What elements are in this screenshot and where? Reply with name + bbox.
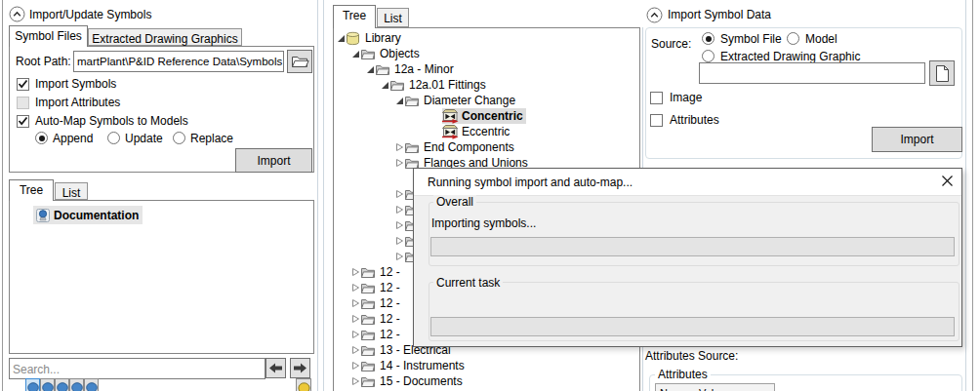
overall-progress-bar: [430, 237, 955, 256]
symbol-file-input[interactable]: [699, 62, 925, 84]
tab-extracted-drawing-graphics[interactable]: Extracted Drawing Graphics: [88, 28, 242, 46]
new-file-button[interactable]: [929, 60, 955, 86]
radio-model[interactable]: [787, 32, 799, 45]
folder-icon: [360, 46, 377, 61]
tree-collapsed-icon[interactable]: [351, 361, 360, 371]
toolbar-sphere-button-1[interactable]: [25, 378, 40, 391]
tree-row[interactable]: Eccentric: [334, 124, 640, 139]
tree-row-label: 12 -: [380, 312, 400, 326]
tree-collapsed-icon[interactable]: [351, 314, 360, 324]
import-symbol-data-button[interactable]: Import: [872, 127, 962, 152]
tree-row[interactable]: Library: [334, 30, 640, 46]
checkbox-import-attributes[interactable]: [17, 97, 29, 109]
tree-row-label: 12a - Minor: [394, 62, 454, 76]
tree-collapsed-icon[interactable]: [395, 158, 404, 168]
tree-row[interactable]: Diameter Change: [334, 93, 640, 108]
left-view-tab-list[interactable]: List: [55, 182, 88, 200]
attributes-group-label: Attributes: [655, 368, 711, 381]
tree-row-label: 12 -: [380, 296, 400, 310]
radio-replace[interactable]: [173, 132, 185, 144]
search-next-button[interactable]: [290, 358, 310, 378]
tree-expanded-icon[interactable]: [351, 49, 360, 59]
radio-symbol-file[interactable]: [702, 32, 715, 45]
tree-collapsed-icon[interactable]: [351, 376, 360, 386]
folder-icon: [360, 295, 377, 311]
attributes-table-header-value: Value: [695, 383, 775, 391]
tree-collapsed-icon[interactable]: [351, 283, 360, 293]
toolbar-yellow-sphere-button[interactable]: [296, 378, 311, 391]
folder-icon: [360, 373, 377, 389]
tree-collapsed-icon[interactable]: [351, 345, 360, 355]
radio-label: Extracted Drawing Graphic: [720, 50, 860, 63]
attributes-source-label: Attributes Source:: [645, 349, 738, 363]
folder-icon: [404, 93, 421, 108]
radio-label: Model: [805, 32, 837, 46]
tree-collapsed-icon[interactable]: [351, 298, 360, 308]
radio-label: Replace: [190, 132, 233, 145]
checkbox-image[interactable]: [650, 92, 663, 104]
tree-row[interactable]: 12a - Minor: [334, 61, 640, 77]
folder-icon: [360, 342, 377, 358]
middle-view-tab-list[interactable]: List: [377, 8, 409, 27]
collapse-chevron-icon[interactable]: [9, 6, 25, 25]
checkbox-label: Import Symbols: [35, 77, 116, 91]
tree-collapsed-icon[interactable]: [395, 236, 404, 246]
tree-row[interactable]: Objects: [334, 46, 640, 61]
tree-row[interactable]: End Components: [334, 139, 640, 155]
current-task-progress-bar: [430, 317, 955, 336]
tree-row[interactable]: 14 - Instruments: [334, 358, 640, 373]
tree-row[interactable]: Concentric: [334, 108, 640, 124]
radio-extracted-drawing-graphic[interactable]: [702, 50, 715, 62]
tree-collapsed-icon[interactable]: [351, 267, 360, 277]
tree-row-label: 12 -: [380, 281, 400, 294]
tree-row-label: 14 - Instruments: [380, 359, 465, 372]
folder-icon: [360, 311, 377, 327]
tree-expanded-icon[interactable]: [337, 33, 346, 43]
tree-expanded-icon[interactable]: [395, 96, 404, 105]
checkbox-label: Image: [670, 91, 702, 104]
search-input[interactable]: Search...: [9, 358, 265, 379]
browse-folder-button[interactable]: [287, 50, 312, 73]
checkbox-label: Auto-Map Symbols to Models: [35, 114, 188, 128]
radio-label: Append: [53, 132, 93, 145]
tree-collapsed-icon[interactable]: [395, 220, 404, 230]
left-view-tab-tree[interactable]: Tree: [9, 179, 54, 201]
tree-collapsed-icon[interactable]: [351, 330, 360, 339]
root-path-input[interactable]: martPlant\P&ID Reference Data\Symbols: [73, 51, 284, 72]
reducer-icon: [442, 108, 459, 124]
tree-row[interactable]: 15 - Documents: [334, 373, 640, 389]
reducer-icon: [442, 124, 459, 139]
folder-icon: [389, 77, 406, 93]
tree-no-arrow: [433, 127, 442, 137]
tree-row-label: 12a.01 Fittings: [409, 78, 486, 92]
checkbox-label: Import Attributes: [35, 96, 120, 109]
tree-expanded-icon[interactable]: [366, 64, 375, 74]
tree-collapsed-icon[interactable]: [395, 252, 404, 261]
tree-collapsed-icon[interactable]: [395, 189, 404, 199]
source-label: Source:: [651, 37, 691, 51]
tab-symbol-files[interactable]: Symbol Files: [9, 25, 88, 47]
tree-row-label: Library: [365, 31, 401, 45]
checkbox-attributes[interactable]: [650, 114, 663, 127]
toolbar-sphere-button-5[interactable]: [84, 378, 99, 391]
tree-collapsed-icon[interactable]: [395, 142, 404, 152]
tree-collapsed-icon[interactable]: [395, 205, 404, 215]
tree-row-label: End Components: [424, 140, 514, 154]
collapse-chevron-icon[interactable]: [646, 7, 663, 26]
search-prev-button[interactable]: [265, 358, 286, 378]
left-window-border: [2, 0, 3, 391]
radio-append[interactable]: [35, 132, 48, 144]
toolbar-sphere-button-3[interactable]: [55, 378, 69, 391]
list-item[interactable]: Documentation: [33, 206, 143, 224]
middle-view-tab-tree[interactable]: Tree: [333, 5, 376, 28]
tree-row[interactable]: 12a.01 Fittings: [334, 77, 640, 93]
tree-expanded-icon[interactable]: [381, 80, 389, 90]
close-icon[interactable]: [941, 175, 954, 190]
documentation-icon: [35, 208, 51, 223]
radio-update[interactable]: [107, 132, 120, 144]
checkbox-auto-map-symbols-to-models[interactable]: [17, 115, 29, 128]
toolbar-sphere-button-4[interactable]: [69, 378, 84, 391]
import-symbols-button[interactable]: Import: [235, 148, 312, 173]
toolbar-sphere-button-2[interactable]: [40, 378, 55, 391]
checkbox-import-symbols[interactable]: [17, 78, 29, 91]
